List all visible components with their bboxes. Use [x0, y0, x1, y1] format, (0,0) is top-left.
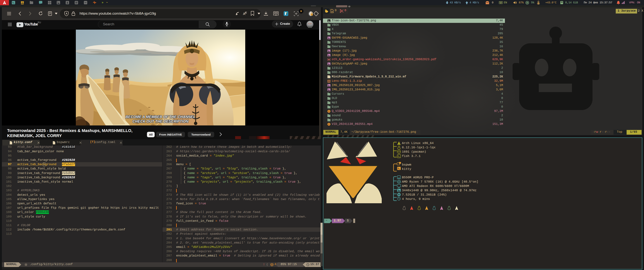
svg-text:CHECK OUT THE DESCRIPTION: CHECK OUT THE DESCRIPTION [132, 119, 188, 123]
svg-text:BECOME A MEMBER OF THE CHANNEL: BECOME A MEMBER OF THE CHANNEL [126, 115, 195, 119]
svg-text:A: A [243, 12, 245, 16]
